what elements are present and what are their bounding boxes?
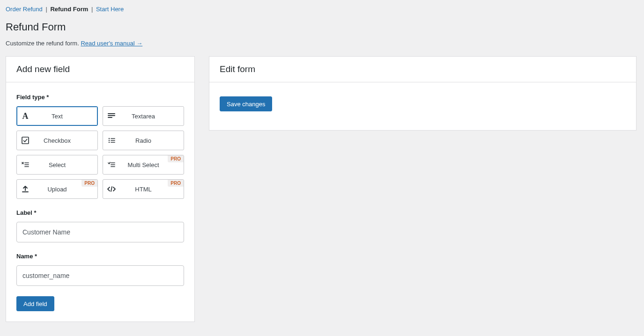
save-changes-button[interactable]: Save changes xyxy=(220,96,272,111)
radio-icon xyxy=(107,136,116,145)
multiselect-icon xyxy=(107,161,116,169)
field-type-tile-label: Text xyxy=(34,113,97,120)
field-type-tile-checkbox[interactable]: Checkbox xyxy=(16,131,98,150)
field-type-tile-radio[interactable]: Radio xyxy=(103,131,184,150)
field-type-tile-label: Textarea xyxy=(120,113,184,120)
read-manual-link[interactable]: Read user's manual → xyxy=(81,40,142,47)
field-type-label: Field type * xyxy=(16,94,184,101)
field-type-tile-label: Select xyxy=(34,161,97,168)
svg-point-3 xyxy=(109,142,110,143)
breadcrumb: Order Refund | Refund Form | Start Here xyxy=(6,4,637,15)
name-input[interactable] xyxy=(16,265,184,286)
add-field-heading: Add new field xyxy=(16,64,184,74)
field-type-tile-html[interactable]: HTMLPRO xyxy=(103,179,184,199)
code-icon xyxy=(107,185,116,193)
text-icon: A xyxy=(22,111,29,121)
textarea-icon xyxy=(107,112,116,120)
field-type-tile-select[interactable]: Select xyxy=(16,155,98,175)
field-type-grid: ATextTextareaCheckboxRadioSelectMulti Se… xyxy=(16,106,184,199)
breadcrumb-separator: | xyxy=(91,6,93,13)
page-subtitle-text: Customize the refund form. xyxy=(6,40,81,47)
upload-icon xyxy=(21,185,30,193)
label-input[interactable] xyxy=(16,222,184,242)
field-type-tile-upload[interactable]: UploadPRO xyxy=(16,179,98,199)
label-field-label: Label * xyxy=(16,209,184,216)
page-subtitle-row: Customize the refund form. Read user's m… xyxy=(6,40,637,47)
field-type-tile-textarea[interactable]: Textarea xyxy=(103,106,184,126)
field-type-tile-multiselect[interactable]: Multi SelectPRO xyxy=(103,155,184,175)
field-type-tile-text[interactable]: AText xyxy=(16,106,98,126)
field-type-tile-label: Radio xyxy=(120,137,184,144)
breadcrumb-item-refund-form: Refund Form xyxy=(50,6,88,13)
add-field-panel: Add new field Field type * ATextTextarea… xyxy=(6,56,195,322)
svg-point-2 xyxy=(109,140,110,141)
pro-badge: PRO xyxy=(168,155,184,162)
name-field-label: Name * xyxy=(16,253,184,260)
svg-rect-0 xyxy=(22,137,29,144)
svg-point-1 xyxy=(109,138,110,139)
checkbox-icon xyxy=(21,136,30,145)
pro-badge: PRO xyxy=(168,180,184,187)
select-icon xyxy=(21,161,30,169)
add-field-button[interactable]: Add field xyxy=(16,296,54,311)
breadcrumb-item-start-here[interactable]: Start Here xyxy=(96,6,124,13)
pro-badge: PRO xyxy=(81,180,97,187)
breadcrumb-separator: | xyxy=(45,6,47,13)
breadcrumb-item-order-refund[interactable]: Order Refund xyxy=(6,6,43,13)
edit-form-panel: Edit form Save changes xyxy=(209,56,637,131)
page-title: Refund Form xyxy=(6,21,637,33)
edit-form-heading: Edit form xyxy=(220,64,626,74)
field-type-tile-label: Checkbox xyxy=(34,137,97,144)
